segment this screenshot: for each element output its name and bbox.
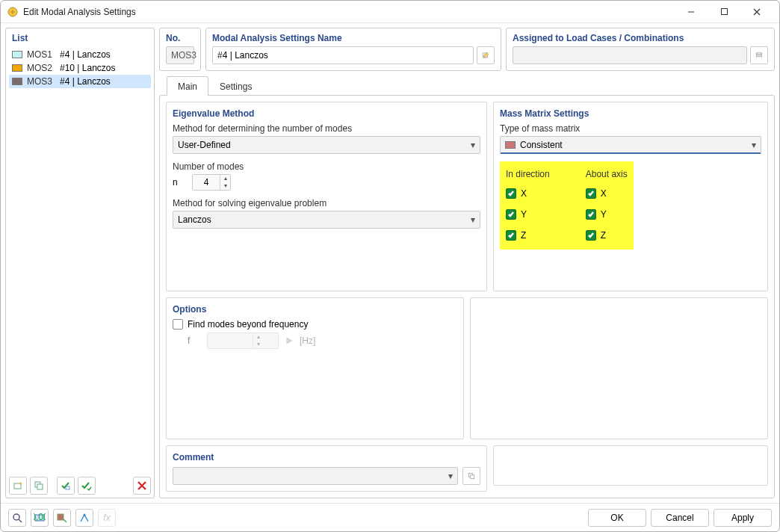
highlight-region: In direction X Y Z About axis X bbox=[500, 161, 634, 250]
solve-label: Method for solving eigenvalue problem bbox=[173, 198, 480, 208]
find-modes-label: Find modes beyond frequency bbox=[188, 319, 308, 330]
list-item-label: #4 | Lanczos bbox=[60, 76, 111, 87]
display-tool-button[interactable] bbox=[53, 509, 71, 527]
tab-bar: Main Settings bbox=[159, 75, 775, 95]
ok-button[interactable]: OK bbox=[588, 509, 646, 527]
svg-rect-10 bbox=[471, 475, 474, 479]
list-item-code: MOS1 bbox=[27, 49, 55, 60]
chevron-down-icon: ▾ bbox=[471, 140, 475, 150]
freq-unit: [Hz] bbox=[300, 335, 315, 346]
svg-rect-5 bbox=[66, 486, 69, 489]
footer: 0,00 fx OK Cancel Apply bbox=[1, 503, 779, 531]
freq-stepper: ▴▾ bbox=[207, 332, 279, 349]
mass-type-select[interactable]: Consistent ▾ bbox=[500, 136, 761, 154]
method-modes-select[interactable]: User-Defined ▾ bbox=[173, 136, 480, 154]
delete-item-button[interactable] bbox=[133, 477, 151, 495]
minimize-button[interactable] bbox=[675, 1, 708, 22]
svg-rect-2 bbox=[14, 483, 21, 489]
num-modes-label: Number of modes bbox=[173, 161, 480, 172]
copy-item-button[interactable] bbox=[30, 477, 48, 495]
list-body[interactable]: MOS1 #4 | Lanczos MOS2 #10 | Lanczos MOS… bbox=[6, 46, 154, 474]
comment-group: Comment ▾ bbox=[166, 445, 487, 492]
tab-settings[interactable]: Settings bbox=[208, 76, 263, 96]
assigned-edit-button[interactable] bbox=[750, 46, 768, 64]
list-item-code: MOS2 bbox=[27, 63, 55, 73]
mass-title: Mass Matrix Settings bbox=[500, 108, 761, 119]
svg-point-15 bbox=[84, 513, 86, 516]
step-up-icon: ▴ bbox=[253, 333, 263, 341]
color-swatch bbox=[505, 141, 516, 149]
list-item[interactable]: MOS3 #4 | Lanczos bbox=[9, 75, 151, 88]
chevron-down-icon: ▾ bbox=[448, 471, 453, 481]
options-group: Options Find modes beyond frequency f bbox=[166, 297, 464, 439]
num-modes-input[interactable] bbox=[193, 176, 220, 188]
num-modes-stepper[interactable]: ▴▾ bbox=[192, 174, 231, 191]
find-modes-checkbox[interactable]: Find modes beyond frequency bbox=[173, 319, 457, 330]
axis-x-checkbox[interactable]: X bbox=[586, 188, 628, 199]
chevron-down-icon: ▾ bbox=[471, 214, 475, 225]
list-header: List bbox=[6, 28, 154, 46]
svg-rect-7 bbox=[756, 53, 762, 55]
no-value: MOS3 bbox=[166, 46, 194, 64]
list-item[interactable]: MOS2 #10 | Lanczos bbox=[9, 61, 151, 75]
options-title: Options bbox=[173, 304, 457, 315]
list-item[interactable]: MOS1 #4 | Lanczos bbox=[9, 48, 151, 61]
function-tool-button: fx bbox=[98, 509, 116, 527]
dir-x-checkbox[interactable]: X bbox=[506, 188, 550, 199]
name-panel: Modal Analysis Settings Name bbox=[205, 28, 501, 71]
svg-rect-4 bbox=[37, 484, 43, 489]
method-modes-label: Method for determining the number of mod… bbox=[173, 123, 480, 134]
eigenvalue-group: Eigenvalue Method Method for determining… bbox=[166, 102, 487, 291]
solve-value: Lanczos bbox=[178, 214, 211, 225]
name-header: Modal Analysis Settings Name bbox=[206, 28, 501, 46]
comment-select[interactable]: ▾ bbox=[173, 467, 458, 485]
dir-y-checkbox[interactable]: Y bbox=[506, 209, 550, 220]
step-up-icon[interactable]: ▴ bbox=[220, 175, 230, 182]
check-apply-button[interactable] bbox=[57, 477, 75, 495]
empty-panel bbox=[470, 297, 768, 439]
tab-main[interactable]: Main bbox=[167, 76, 208, 96]
assigned-field bbox=[513, 46, 747, 64]
maximize-button[interactable] bbox=[708, 1, 740, 22]
check-apply-all-button[interactable] bbox=[78, 477, 96, 495]
freq-input bbox=[208, 335, 253, 347]
member-tool-button[interactable] bbox=[75, 509, 93, 527]
svg-point-11 bbox=[13, 514, 19, 520]
close-button[interactable] bbox=[740, 1, 773, 22]
no-panel: No. MOS3 bbox=[159, 28, 201, 71]
rename-button[interactable] bbox=[477, 46, 495, 64]
axis-z-checkbox[interactable]: Z bbox=[586, 230, 628, 241]
color-swatch bbox=[12, 64, 22, 72]
in-direction-header: In direction bbox=[506, 169, 550, 179]
mass-type-value: Consistent bbox=[520, 140, 563, 150]
new-item-button[interactable] bbox=[9, 477, 27, 495]
method-modes-value: User-Defined bbox=[178, 140, 231, 150]
axis-y-checkbox[interactable]: Y bbox=[586, 209, 628, 220]
mass-group: Mass Matrix Settings Type of mass matrix… bbox=[493, 102, 768, 291]
search-tool-button[interactable] bbox=[8, 509, 26, 527]
chevron-down-icon: ▾ bbox=[752, 140, 756, 150]
svg-text:0,00: 0,00 bbox=[34, 512, 46, 522]
assigned-header: Assigned to Load Cases / Combinations bbox=[507, 28, 774, 46]
list-item-label: #10 | Lanczos bbox=[60, 63, 116, 73]
name-input[interactable] bbox=[212, 46, 474, 64]
apply-button[interactable]: Apply bbox=[714, 509, 772, 527]
cancel-button[interactable]: Cancel bbox=[651, 509, 709, 527]
no-header: No. bbox=[160, 28, 200, 46]
play-icon bbox=[285, 336, 294, 345]
svg-rect-14 bbox=[58, 514, 64, 520]
units-tool-button[interactable]: 0,00 bbox=[31, 509, 49, 527]
empty-panel bbox=[493, 445, 768, 486]
solve-select[interactable]: Lanczos ▾ bbox=[173, 211, 480, 229]
freq-symbol: f bbox=[188, 335, 201, 346]
color-swatch bbox=[12, 51, 22, 58]
color-swatch bbox=[12, 78, 22, 85]
dir-z-checkbox[interactable]: Z bbox=[506, 230, 550, 241]
step-down-icon: ▾ bbox=[253, 341, 263, 348]
app-icon bbox=[7, 6, 19, 18]
list-item-label: #4 | Lanczos bbox=[60, 49, 111, 60]
assigned-panel: Assigned to Load Cases / Combinations bbox=[506, 28, 775, 71]
comment-edit-button[interactable] bbox=[462, 467, 480, 485]
step-down-icon[interactable]: ▾ bbox=[220, 182, 230, 190]
svg-rect-1 bbox=[721, 9, 727, 15]
